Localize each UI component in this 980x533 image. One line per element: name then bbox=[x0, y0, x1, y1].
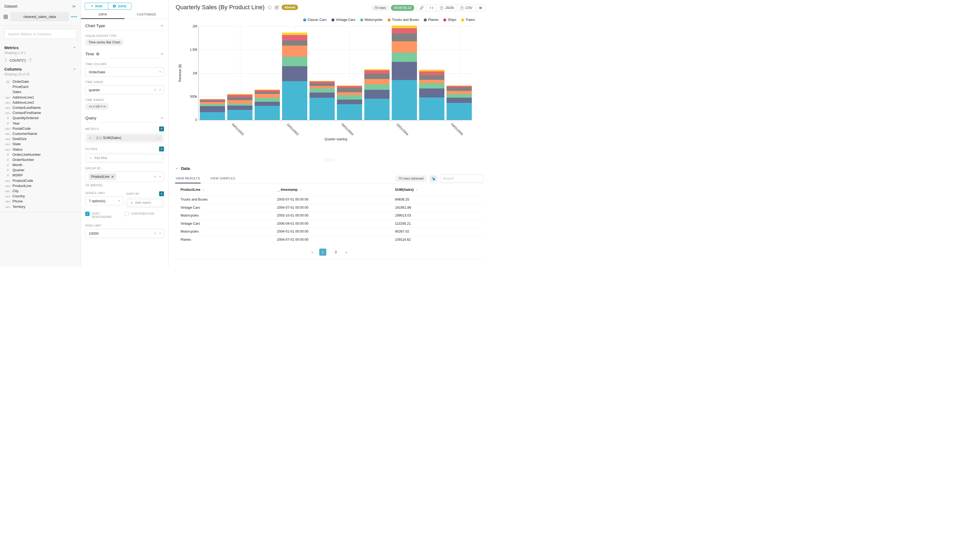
bar-segment[interactable] bbox=[364, 84, 390, 90]
contribution-checkbox[interactable] bbox=[125, 212, 129, 216]
pagination-prev[interactable]: « bbox=[311, 250, 313, 254]
embed-code-button[interactable] bbox=[426, 5, 436, 11]
stacked-bar-chart[interactable]: 0500k1M1.5M2M bbox=[199, 26, 473, 120]
clear-icon[interactable]: ✕ bbox=[154, 88, 157, 92]
metric-item[interactable]: ƒ COUNT(*) ? bbox=[0, 56, 81, 63]
collapse-data-chevron-icon[interactable] bbox=[175, 167, 178, 170]
legend-item[interactable]: Motorcycles bbox=[360, 18, 383, 22]
bar-segment[interactable] bbox=[392, 28, 417, 33]
column-item[interactable]: OrderDate bbox=[0, 79, 81, 84]
series-limit-select[interactable]: 7 option(s) ▼ bbox=[85, 196, 123, 205]
stacked-bar[interactable] bbox=[255, 89, 280, 120]
bar-segment[interactable] bbox=[392, 62, 417, 80]
bar-segment[interactable] bbox=[309, 86, 335, 89]
column-item[interactable]: #Month bbox=[0, 162, 81, 167]
bar-segment[interactable] bbox=[447, 98, 472, 103]
group-by-select[interactable]: ProductLine ✕ ✕ ▼ bbox=[85, 172, 164, 182]
stacked-bar[interactable] bbox=[364, 69, 390, 120]
bar-segment[interactable] bbox=[392, 41, 417, 53]
bar-segment[interactable] bbox=[255, 94, 280, 98]
add-filter-button[interactable]: + bbox=[159, 146, 164, 151]
bar-segment[interactable] bbox=[364, 99, 390, 120]
bar-segment[interactable] bbox=[337, 104, 362, 120]
bar-segment[interactable] bbox=[337, 100, 362, 104]
table-sort-header[interactable]: ProductLine▲▼ bbox=[175, 185, 277, 196]
chevron-up-icon[interactable] bbox=[73, 46, 76, 49]
column-item[interactable]: ABCCity bbox=[0, 188, 81, 194]
altered-badge[interactable]: Altered bbox=[282, 5, 298, 10]
copy-data-button[interactable] bbox=[430, 175, 438, 182]
column-item[interactable]: ABCAddressLine2 bbox=[0, 100, 81, 105]
bar-segment[interactable] bbox=[200, 106, 225, 112]
bar-segment[interactable] bbox=[309, 83, 335, 86]
bar-segment[interactable] bbox=[200, 104, 225, 106]
bar-segment[interactable] bbox=[282, 46, 307, 57]
bar-segment[interactable] bbox=[309, 98, 335, 120]
legend-item[interactable]: Ships bbox=[443, 18, 456, 22]
table-row[interactable]: Planes2004-07-01 00:00:00109114.62 bbox=[175, 235, 484, 244]
column-item[interactable]: PriceEach bbox=[0, 84, 81, 89]
bar-segment[interactable] bbox=[309, 92, 335, 98]
bar-segment[interactable] bbox=[447, 94, 472, 98]
column-item[interactable]: #MSRP bbox=[0, 173, 81, 178]
bar-segment[interactable] bbox=[447, 88, 472, 91]
legend-item[interactable]: Classic Cars bbox=[303, 18, 326, 22]
column-item[interactable]: ABCStatus bbox=[0, 146, 81, 152]
stacked-bar[interactable] bbox=[337, 86, 362, 120]
bar-segment[interactable] bbox=[282, 66, 307, 81]
clear-icon[interactable]: ✕ bbox=[154, 175, 157, 179]
bar-segment[interactable] bbox=[419, 97, 444, 120]
legend-item[interactable]: Vintage Cars bbox=[331, 18, 355, 22]
stacked-bar[interactable] bbox=[200, 99, 225, 120]
legend-item[interactable]: Trains bbox=[461, 18, 475, 22]
legend-item[interactable]: Trucks and Buses bbox=[388, 18, 419, 22]
group-by-chip[interactable]: ProductLine ✕ bbox=[89, 173, 116, 180]
add-filter-dropzone[interactable]: + Add filter bbox=[87, 154, 162, 161]
collapse-sidebar-icon[interactable] bbox=[72, 4, 76, 8]
pagination-next[interactable]: » bbox=[345, 250, 347, 254]
bar-segment[interactable] bbox=[282, 57, 307, 66]
tab-data[interactable]: DATA bbox=[81, 13, 125, 19]
bar-segment[interactable] bbox=[447, 103, 472, 120]
bar-segment[interactable] bbox=[309, 81, 335, 84]
bar-segment[interactable] bbox=[364, 79, 390, 84]
resize-drag-handle[interactable] bbox=[325, 159, 334, 162]
chevron-up-icon[interactable] bbox=[160, 24, 164, 28]
metric-pill[interactable]: ✕ f(x) SUM(Sales) › bbox=[87, 134, 162, 142]
bar-segment[interactable] bbox=[255, 102, 280, 106]
chevron-up-icon[interactable] bbox=[73, 67, 76, 71]
bar-segment[interactable] bbox=[227, 105, 253, 110]
bar-segment[interactable] bbox=[419, 83, 444, 89]
edit-title-icon[interactable] bbox=[275, 5, 279, 10]
bar-segment[interactable] bbox=[255, 98, 280, 102]
bar-segment[interactable] bbox=[364, 90, 390, 99]
remove-metric-icon[interactable]: ✕ bbox=[87, 136, 94, 140]
pagination-page-2[interactable]: 2 bbox=[332, 248, 339, 256]
column-item[interactable]: ABCContactFirstName bbox=[0, 110, 81, 115]
column-item[interactable]: ABCCountry bbox=[0, 194, 81, 199]
column-item[interactable]: ABCPostalCode bbox=[0, 126, 81, 131]
bar-segment[interactable] bbox=[227, 97, 253, 100]
bar-segment[interactable] bbox=[337, 95, 362, 100]
bar-segment[interactable] bbox=[309, 89, 335, 93]
add-metric-button[interactable]: + bbox=[159, 126, 164, 131]
time-column-select[interactable]: OrderDate ▼ bbox=[85, 67, 164, 76]
bar-segment[interactable] bbox=[227, 100, 253, 103]
stacked-bar[interactable] bbox=[392, 25, 417, 120]
bar-segment[interactable] bbox=[419, 72, 444, 75]
table-row[interactable]: Trucks and Buses2003-07-01 00:00:0084638… bbox=[175, 196, 484, 204]
bar-segment[interactable] bbox=[392, 33, 417, 41]
time-range-value[interactable]: -∞ ≤ col < ∞ bbox=[85, 103, 109, 110]
chevron-up-icon[interactable] bbox=[160, 116, 164, 120]
stacked-bar[interactable] bbox=[419, 70, 444, 120]
clear-icon[interactable]: ✕ bbox=[154, 231, 157, 235]
bar-segment[interactable] bbox=[447, 91, 472, 94]
time-grain-select[interactable]: quarter ✕ ▼ bbox=[85, 85, 164, 94]
add-sort-metric-dropzone[interactable]: + Add metric bbox=[127, 199, 162, 206]
stacked-bar[interactable] bbox=[309, 81, 335, 120]
menu-button[interactable] bbox=[475, 5, 485, 11]
favorite-star-icon[interactable] bbox=[267, 5, 272, 10]
bar-segment[interactable] bbox=[227, 95, 253, 97]
table-row[interactable]: Motorcycles2004-01-01 00:00:0090267.02 bbox=[175, 228, 484, 236]
stacked-bar[interactable] bbox=[282, 33, 307, 120]
